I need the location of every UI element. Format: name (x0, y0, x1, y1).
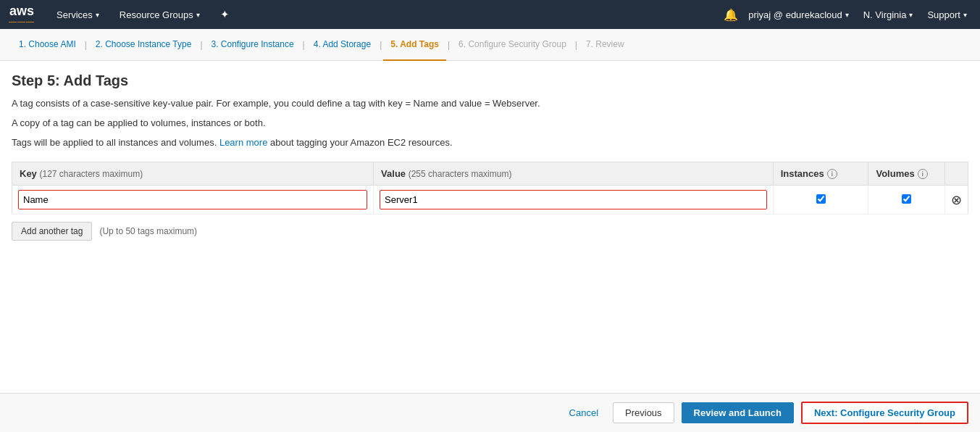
add-tag-row: Add another tag (Up to 50 tags maximum) (12, 222, 968, 241)
delete-row-button[interactable]: ⊗ (951, 192, 962, 208)
col-instances-header: Instances i (773, 162, 868, 186)
key-cell (12, 186, 374, 215)
desc1: A tag consists of a case-sensitive key-v… (12, 96, 968, 112)
table-row: ⊗ (12, 186, 968, 215)
user-caret: ▾ (845, 11, 849, 19)
desc3: Tags will be applied to all instances an… (12, 136, 968, 151)
col-volumes-header: Volumes i (868, 162, 945, 186)
instances-checkbox-cell (773, 186, 868, 215)
add-another-tag-button[interactable]: Add another tag (12, 222, 92, 241)
step-configure-instance[interactable]: 3. Configure Instance (204, 29, 301, 61)
main-content: Step 5: Add Tags A tag consists of a cas… (0, 61, 980, 380)
instances-checkbox[interactable] (816, 194, 826, 204)
desc2: A copy of a tag can be applied to volume… (12, 116, 968, 131)
value-input[interactable] (380, 190, 767, 209)
instances-info-icon[interactable]: i (827, 169, 837, 179)
support-caret: ▾ (963, 11, 967, 19)
steps-bar: 1. Choose AMI | 2. Choose Instance Type … (0, 29, 980, 61)
key-input[interactable] (18, 190, 367, 209)
step-instance-type[interactable]: 2. Choose Instance Type (88, 29, 199, 61)
navbar-right: 🔔 priyaj @ edurekacloud ▾ N. Virginia ▾ … (724, 0, 971, 29)
navbar: aws ——— Services ▾ Resource Groups ▾ ✦ 🔔… (0, 0, 980, 29)
col-delete-header (945, 162, 968, 186)
add-tag-hint: (Up to 50 tags maximum) (99, 226, 197, 236)
volumes-checkbox-cell (868, 186, 945, 215)
resource-groups-caret: ▾ (196, 11, 200, 19)
step-add-tags[interactable]: 5. Add Tags (383, 29, 446, 61)
value-cell (374, 186, 774, 215)
pin-icon[interactable]: ✦ (216, 0, 234, 29)
user-menu[interactable]: priyaj @ edurekacloud ▾ (744, 0, 853, 29)
page-title: Step 5: Add Tags (12, 72, 968, 89)
step-choose-ami[interactable]: 1. Choose AMI (12, 29, 83, 61)
logo-text: aws (9, 4, 34, 17)
support-menu[interactable]: Support ▾ (923, 0, 971, 29)
step-add-storage[interactable]: 4. Add Storage (306, 29, 378, 61)
step-review: 7. Review (579, 29, 632, 61)
region-caret: ▾ (909, 11, 913, 19)
region-menu[interactable]: N. Virginia ▾ (859, 0, 918, 29)
services-caret: ▾ (96, 11, 99, 19)
tags-table: Key (127 characters maximum) Value (255 … (12, 162, 968, 215)
volumes-checkbox[interactable] (902, 194, 911, 204)
col-key-header: Key (127 characters maximum) (12, 162, 374, 186)
col-value-header: Value (255 characters maximum) (374, 162, 774, 186)
delete-cell: ⊗ (945, 186, 968, 215)
learn-more-link[interactable]: Learn more (219, 137, 267, 148)
bell-icon[interactable]: 🔔 (724, 8, 738, 22)
services-menu[interactable]: Services ▾ (52, 0, 104, 29)
resource-groups-menu[interactable]: Resource Groups ▾ (115, 0, 204, 29)
volumes-info-icon[interactable]: i (918, 169, 928, 179)
aws-logo[interactable]: aws ——— (9, 4, 35, 25)
logo-smile: ——— (9, 17, 35, 25)
step-security-group: 6. Configure Security Group (451, 29, 574, 61)
